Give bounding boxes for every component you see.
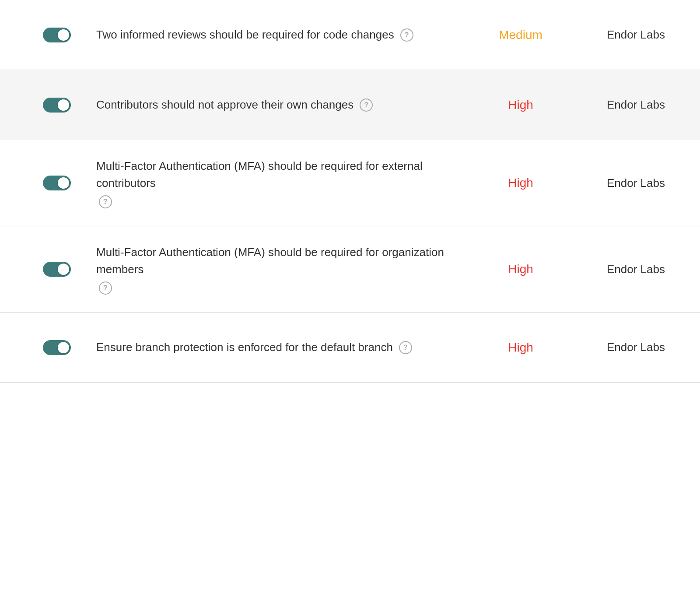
rule-source-5: Endor Labs — [569, 341, 665, 354]
help-icon-1[interactable]: ? — [400, 28, 413, 42]
rule-description-1: Two informed reviews should be required … — [79, 26, 472, 43]
rule-description-5: Ensure branch protection is enforced for… — [79, 339, 472, 356]
toggle-container-4 — [35, 262, 79, 277]
rule-severity-1: Medium — [472, 28, 569, 42]
help-icon-2[interactable]: ? — [360, 99, 373, 112]
rule-severity-4: High — [472, 262, 569, 276]
rule-row-5: Ensure branch protection is enforced for… — [0, 313, 700, 383]
rule-text-4: Multi-Factor Authentication (MFA) should… — [96, 244, 455, 278]
rule-severity-2: High — [472, 98, 569, 112]
rule-row-4: Multi-Factor Authentication (MFA) should… — [0, 226, 700, 313]
rule-source-2: Endor Labs — [569, 98, 665, 112]
rule-source-3: Endor Labs — [569, 176, 665, 190]
toggle-1[interactable] — [43, 28, 71, 42]
rule-row-3: Multi-Factor Authentication (MFA) should… — [0, 140, 700, 226]
toggle-container-2 — [35, 98, 79, 113]
help-icon-5[interactable]: ? — [399, 341, 412, 354]
rule-text-2: Contributors should not approve their ow… — [96, 96, 354, 113]
rule-description-3: Multi-Factor Authentication (MFA) should… — [79, 158, 472, 208]
rule-row-1: Two informed reviews should be required … — [0, 0, 700, 70]
toggle-container-3 — [35, 176, 79, 190]
toggle-2[interactable] — [43, 98, 71, 113]
toggle-container-5 — [35, 340, 79, 355]
rule-description-4: Multi-Factor Authentication (MFA) should… — [79, 244, 472, 295]
rule-row-2: Contributors should not approve their ow… — [0, 70, 700, 140]
rule-text-3: Multi-Factor Authentication (MFA) should… — [96, 158, 455, 192]
rule-source-4: Endor Labs — [569, 263, 665, 276]
help-icon-3[interactable]: ? — [99, 195, 112, 208]
help-icon-4[interactable]: ? — [99, 282, 112, 295]
rules-list: Two informed reviews should be required … — [0, 0, 700, 383]
rule-severity-3: High — [472, 176, 569, 190]
rule-severity-5: High — [472, 341, 569, 355]
toggle-3[interactable] — [43, 176, 71, 190]
rule-description-2: Contributors should not approve their ow… — [79, 96, 472, 113]
rule-source-1: Endor Labs — [569, 28, 665, 42]
toggle-5[interactable] — [43, 340, 71, 355]
rule-text-1: Two informed reviews should be required … — [96, 26, 394, 43]
toggle-4[interactable] — [43, 262, 71, 277]
rule-text-5: Ensure branch protection is enforced for… — [96, 339, 393, 356]
toggle-container-1 — [35, 28, 79, 42]
